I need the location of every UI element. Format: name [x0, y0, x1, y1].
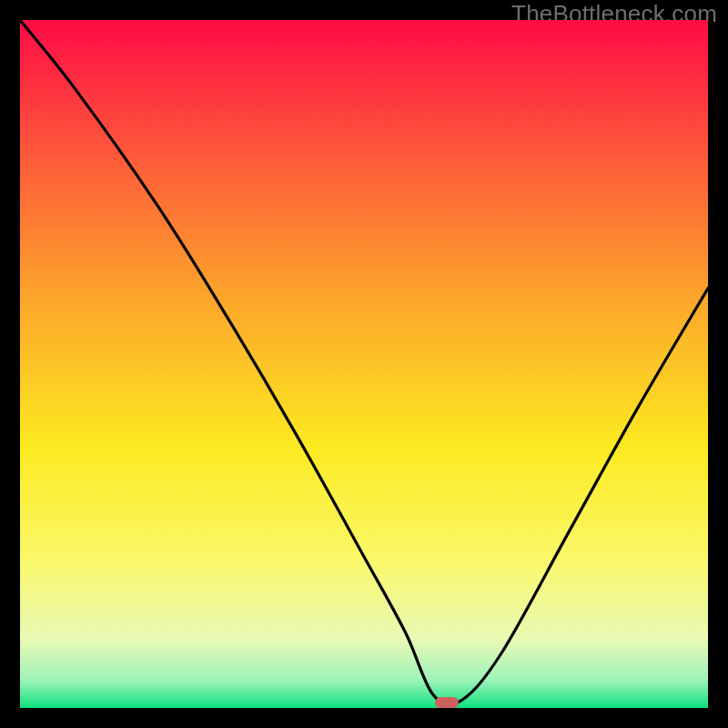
chart-frame: TheBottleneck.com — [0, 0, 728, 728]
plot-area — [20, 20, 708, 708]
bottleneck-curve — [20, 20, 708, 708]
optimal-marker — [435, 697, 459, 708]
